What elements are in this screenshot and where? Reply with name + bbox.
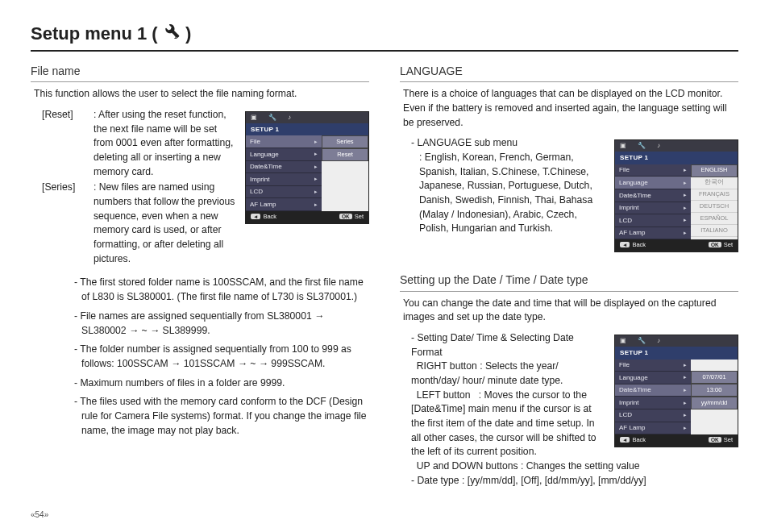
- file-name-intro: This function allows the user to select …: [34, 87, 366, 102]
- file-name-heading: File name: [31, 63, 369, 82]
- page-title: Setup menu 1 ( 1 ): [31, 21, 191, 47]
- chevron-right-icon: ▸: [684, 204, 687, 212]
- date-line: UP and DOWN buttons : Changes the settin…: [411, 459, 738, 474]
- menu-row: Date&Time▸: [615, 384, 691, 397]
- menu-label: Imprint: [619, 398, 638, 408]
- chevron-right-icon: ▸: [314, 188, 318, 196]
- chevron-right-icon: ▸: [684, 373, 687, 381]
- date-line: - Date type : [yy/mm/dd], [Off], [dd/mm/…: [411, 474, 738, 488]
- menu-label: Language: [619, 178, 648, 188]
- set-label: OKSet: [709, 241, 733, 250]
- chevron-right-icon: ▸: [684, 399, 687, 407]
- screen-menu: File▸ Language▸ Date&Time▸ Imprint▸ LCD▸…: [615, 360, 691, 435]
- bullet: File names are assigned sequentially fro…: [74, 310, 369, 338]
- date-heading: Setting up the Date / Time / Date type: [400, 272, 738, 291]
- wrench-icon: 1: [163, 22, 181, 39]
- language-intro: There is a choice of languages that can …: [403, 87, 735, 130]
- menu-row: Date&Time▸: [246, 161, 322, 174]
- back-label: ◄Back: [620, 436, 646, 445]
- menu-label: AF Lamp: [250, 200, 276, 210]
- menu-label: LCD: [619, 410, 632, 420]
- language-screen: ▣🔧♪ SETUP 1 File▸ Language▸ Date&Time▸ I…: [614, 139, 738, 252]
- screen-footer: ◄BackOKSet: [615, 239, 738, 251]
- tool-icon: 🔧: [638, 141, 646, 151]
- menu-label: File: [619, 360, 630, 370]
- file-bullets: The first stored folder name is 100SSCAM…: [42, 276, 369, 438]
- sound-icon: ♪: [657, 336, 660, 346]
- menu-row: LCD▸: [615, 214, 691, 227]
- title-text: Setup menu 1 (: [31, 23, 158, 44]
- menu-label: Imprint: [250, 175, 269, 185]
- chevron-right-icon: ▸: [684, 424, 687, 432]
- menu-label: Imprint: [619, 203, 638, 213]
- menu-row: AF Lamp▸: [246, 198, 322, 211]
- value-date: 07/07/01: [691, 371, 738, 384]
- back-label: ◄Back: [251, 213, 276, 222]
- set-label: OKSet: [339, 213, 364, 222]
- menu-label: LCD: [250, 187, 263, 197]
- menu-label: AF Lamp: [619, 423, 645, 433]
- chevron-right-icon: ▸: [684, 411, 687, 419]
- value-option: ITALIANO: [691, 225, 738, 237]
- date-intro: You can change the date and time that wi…: [403, 297, 735, 325]
- menu-label: LCD: [619, 216, 632, 226]
- back-label: ◄Back: [620, 241, 646, 250]
- chevron-right-icon: ▸: [684, 361, 687, 369]
- def-text: : New files are named using numbers that…: [94, 181, 237, 266]
- chevron-right-icon: ▸: [314, 175, 318, 183]
- camera-icon: ▣: [251, 113, 257, 123]
- screen-body: File▸ Language▸ Date&Time▸ Imprint▸ LCD▸…: [246, 135, 368, 211]
- def-term: [Series]: [42, 181, 85, 266]
- menu-label: File: [250, 137, 260, 147]
- menu-row: Imprint▸: [615, 397, 691, 409]
- menu-row: Imprint▸: [246, 173, 322, 186]
- title-close: ): [185, 23, 191, 44]
- menu-row: Imprint▸: [615, 202, 691, 215]
- value-option: FRANÇAIS: [691, 189, 738, 202]
- bullet: The folder number is assigned sequential…: [74, 343, 369, 371]
- chevron-right-icon: ▸: [314, 150, 318, 158]
- bullet: Maximum numbers of files in a folder are…: [74, 376, 369, 391]
- sound-icon: ♪: [288, 113, 291, 123]
- sound-icon: ♪: [657, 141, 660, 151]
- bullet: The files used with the memory card conf…: [74, 395, 369, 438]
- menu-label: File: [619, 165, 630, 175]
- menu-row: Language▸: [615, 177, 691, 189]
- screen-menu: File▸ Language▸ Date&Time▸ Imprint▸ LCD▸…: [246, 135, 322, 211]
- chevron-right-icon: ▸: [684, 166, 687, 174]
- chevron-right-icon: ▸: [314, 201, 318, 209]
- value-option: ESPAÑOL: [691, 213, 738, 225]
- left-column: File name This function allows the user …: [31, 60, 369, 488]
- value-option: DEUTSCH: [691, 201, 738, 213]
- screen-header: SETUP 1: [615, 152, 738, 164]
- screen-body: File▸ Language▸ Date&Time▸ Imprint▸ LCD▸…: [615, 360, 738, 435]
- screen-values: . 07/07/01 13:00 yy/mm/dd: [691, 360, 738, 435]
- right-column: LANGUAGE There is a choice of languages …: [400, 60, 738, 488]
- screen-menu: File▸ Language▸ Date&Time▸ Imprint▸ LCD▸…: [615, 164, 691, 240]
- svg-text:1: 1: [174, 33, 177, 39]
- chevron-right-icon: ▸: [314, 163, 318, 171]
- chevron-right-icon: ▸: [684, 229, 687, 237]
- screen-values: Series Reset: [322, 135, 368, 211]
- chevron-right-icon: ▸: [684, 191, 687, 199]
- page-title-row: Setup menu 1 ( 1 ): [31, 21, 738, 52]
- chevron-right-icon: ▸: [684, 179, 687, 187]
- menu-label: AF Lamp: [619, 228, 645, 238]
- def-series: [Series]: New files are named using numb…: [42, 181, 237, 266]
- screen-body: File▸ Language▸ Date&Time▸ Imprint▸ LCD▸…: [615, 164, 738, 240]
- menu-row: Language▸: [246, 148, 322, 161]
- menu-row: File▸: [615, 164, 691, 177]
- menu-row: Date&Time▸: [615, 189, 691, 202]
- tool-icon: 🔧: [268, 113, 276, 123]
- chevron-right-icon: ▸: [314, 138, 318, 146]
- menu-row: AF Lamp▸: [615, 422, 691, 435]
- screen-footer: ◄BackOKSet: [615, 434, 738, 447]
- value-option: ENGLISH: [691, 164, 738, 177]
- menu-row: LCD▸: [615, 409, 691, 422]
- menu-row: AF Lamp▸: [615, 227, 691, 240]
- screen-tabs: ▣🔧♪: [615, 335, 738, 347]
- tool-icon: 🔧: [638, 336, 646, 346]
- menu-row: Language▸: [615, 372, 691, 384]
- screen-tabs: ▣🔧♪: [246, 112, 368, 123]
- screen-header: SETUP 1: [246, 123, 368, 136]
